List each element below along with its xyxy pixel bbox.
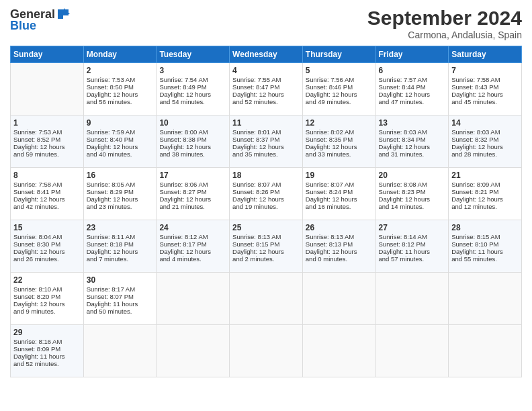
calendar-cell: 13Sunrise: 8:03 AMSunset: 8:34 PMDayligh… — [375, 116, 449, 168]
day-info-line: Sunrise: 8:05 AM — [87, 181, 154, 188]
day-info-line: Daylight: 11 hours — [379, 248, 446, 255]
day-number: 12 — [306, 118, 373, 128]
day-info-line: Sunset: 8:41 PM — [13, 188, 81, 195]
calendar-cell: 17Sunrise: 8:06 AMSunset: 8:27 PMDayligh… — [157, 168, 230, 220]
day-info-line: and 45 minutes. — [451, 98, 519, 105]
calendar-week-row: 22Sunrise: 8:10 AMSunset: 8:20 PMDayligh… — [11, 273, 522, 325]
day-info-line: Sunrise: 8:03 AM — [379, 128, 446, 136]
day-info-line: and 49 minutes. — [306, 98, 373, 105]
day-info-line: Daylight: 12 hours — [379, 143, 446, 150]
day-info-line: and 12 minutes. — [451, 203, 519, 210]
day-info-line: Daylight: 12 hours — [451, 143, 519, 150]
calendar-cell: 11Sunrise: 8:01 AMSunset: 8:37 PMDayligh… — [230, 116, 303, 168]
day-info-line: Sunrise: 8:06 AM — [159, 181, 226, 188]
day-info-line: Daylight: 12 hours — [451, 195, 519, 203]
day-info-line: and 14 minutes. — [379, 203, 446, 210]
calendar-cell — [449, 273, 522, 325]
day-info-line: and 35 minutes. — [232, 150, 300, 158]
day-number: 7 — [451, 66, 519, 75]
day-info-line: Sunrise: 8:13 AM — [306, 233, 373, 240]
day-number: 2 — [87, 66, 154, 75]
day-info-line: Sunrise: 7:57 AM — [379, 76, 446, 83]
day-info-line: Sunrise: 8:17 AM — [87, 285, 154, 293]
day-info-line: and 2 minutes. — [232, 255, 300, 263]
day-info-line: Sunrise: 7:56 AM — [306, 76, 373, 83]
day-info-line: Sunrise: 7:54 AM — [159, 76, 226, 83]
day-number: 18 — [232, 171, 300, 180]
day-info-line: Daylight: 12 hours — [13, 248, 81, 255]
calendar-cell — [375, 325, 449, 377]
col-sunday: Sunday — [11, 46, 84, 63]
calendar-cell: 22Sunrise: 8:10 AMSunset: 8:20 PMDayligh… — [11, 273, 84, 325]
day-info-line: Sunset: 8:24 PM — [306, 188, 373, 195]
day-info-line: Daylight: 12 hours — [306, 143, 373, 150]
day-info-line: Sunrise: 8:08 AM — [379, 181, 446, 188]
day-info-line: Daylight: 12 hours — [13, 195, 81, 203]
day-info-line: Sunset: 8:26 PM — [232, 188, 300, 195]
day-info-line: Sunset: 8:12 PM — [379, 240, 446, 248]
day-number: 24 — [159, 223, 226, 232]
day-info-line: Sunrise: 7:58 AM — [451, 76, 519, 83]
day-number: 29 — [13, 328, 81, 337]
day-info-line: Sunrise: 8:16 AM — [13, 338, 81, 345]
header: General Blue September 2024 Carmona, And… — [10, 7, 522, 40]
day-number: 21 — [451, 171, 519, 180]
day-number: 28 — [451, 223, 519, 232]
day-info-line: and 56 minutes. — [87, 98, 154, 105]
day-info-line: Sunset: 8:38 PM — [159, 136, 226, 143]
day-number: 14 — [451, 118, 519, 128]
day-info-line: Sunrise: 7:58 AM — [13, 181, 81, 188]
day-number: 4 — [232, 66, 300, 75]
calendar-cell: 20Sunrise: 8:08 AMSunset: 8:23 PMDayligh… — [375, 168, 449, 220]
day-info-line: Sunrise: 8:07 AM — [306, 181, 373, 188]
day-info-line: and 23 minutes. — [87, 203, 154, 210]
day-info-line: Sunset: 8:37 PM — [232, 136, 300, 143]
day-info-line: Sunset: 8:35 PM — [306, 136, 373, 143]
col-thursday: Thursday — [302, 46, 375, 63]
day-info-line: Daylight: 12 hours — [379, 195, 446, 203]
calendar-cell: 5Sunrise: 7:56 AMSunset: 8:46 PMDaylight… — [302, 63, 375, 116]
day-info-line: Sunset: 8:09 PM — [13, 345, 81, 353]
day-number: 13 — [379, 118, 446, 128]
day-info-line: and 38 minutes. — [159, 150, 226, 158]
day-number: 20 — [379, 171, 446, 180]
calendar-cell — [302, 273, 375, 325]
day-info-line: Sunset: 8:34 PM — [379, 136, 446, 143]
calendar-cell: 30Sunrise: 8:17 AMSunset: 8:07 PMDayligh… — [83, 273, 157, 325]
day-info-line: Sunrise: 8:03 AM — [451, 128, 519, 136]
day-number: 25 — [232, 223, 300, 232]
col-tuesday: Tuesday — [157, 46, 230, 63]
day-info-line: and 52 minutes. — [232, 98, 300, 105]
day-info-line: Sunrise: 8:09 AM — [451, 181, 519, 188]
day-info-line: and 28 minutes. — [451, 150, 519, 158]
day-info-line: Sunrise: 8:10 AM — [13, 285, 81, 293]
day-info-line: Sunrise: 8:11 AM — [87, 233, 154, 240]
day-info-line: and 40 minutes. — [87, 150, 154, 158]
day-info-line: Sunset: 8:29 PM — [87, 188, 154, 195]
day-info-line: Sunset: 8:44 PM — [379, 83, 446, 91]
calendar-cell — [375, 273, 449, 325]
calendar-cell: 3Sunrise: 7:54 AMSunset: 8:49 PMDaylight… — [157, 63, 230, 116]
calendar-cell: 7Sunrise: 7:58 AMSunset: 8:43 PMDaylight… — [449, 63, 522, 116]
day-info-line: Sunset: 8:30 PM — [13, 240, 81, 248]
day-info-line: and 26 minutes. — [13, 255, 81, 263]
calendar-cell: 21Sunrise: 8:09 AMSunset: 8:21 PMDayligh… — [449, 168, 522, 220]
day-info-line: Daylight: 12 hours — [451, 91, 519, 98]
calendar-cell: 27Sunrise: 8:14 AMSunset: 8:12 PMDayligh… — [375, 220, 449, 273]
day-number: 30 — [87, 275, 154, 285]
day-info-line: Sunset: 8:50 PM — [87, 83, 154, 91]
day-info-line: Daylight: 12 hours — [232, 143, 300, 150]
day-number: 27 — [379, 223, 446, 232]
day-info-line: Sunset: 8:49 PM — [159, 83, 226, 91]
day-number: 26 — [306, 223, 373, 232]
calendar-cell — [302, 325, 375, 377]
calendar-cell: 28Sunrise: 8:15 AMSunset: 8:10 PMDayligh… — [449, 220, 522, 273]
day-info-line: Sunrise: 8:04 AM — [13, 233, 81, 240]
day-info-line: Sunset: 8:13 PM — [306, 240, 373, 248]
calendar-cell: 19Sunrise: 8:07 AMSunset: 8:24 PMDayligh… — [302, 168, 375, 220]
day-info-line: Sunrise: 8:13 AM — [232, 233, 300, 240]
day-number: 15 — [13, 223, 81, 232]
col-monday: Monday — [83, 46, 157, 63]
day-info-line: Sunset: 8:07 PM — [87, 293, 154, 300]
month-title: September 2024 — [367, 7, 522, 30]
